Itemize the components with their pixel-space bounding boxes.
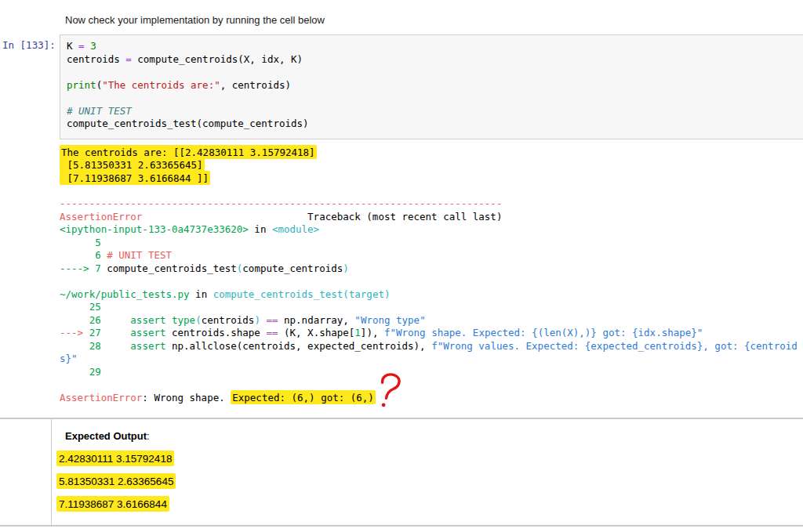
text-segment: compute_centroids — [242, 262, 343, 274]
highlighted-text: 2.42830111 3.15792418 — [56, 451, 174, 466]
highlighted-text: [7.11938687 3.6166844 ]] — [60, 171, 210, 185]
text-segment: Traceback (most recent call last) — [142, 211, 502, 223]
text-segment: f"Wrong values. Expected: {expected_cent… — [431, 340, 798, 352]
text-line: <ipython-input-133-0a4737e33620> in <mod… — [60, 223, 798, 237]
text-line — [60, 275, 798, 288]
text-line: s}" — [60, 353, 798, 366]
highlighted-text: [5.81350331 2.63365645] — [60, 157, 205, 172]
code-editor[interactable]: K = 3centroids = compute_centroids(X, id… — [60, 35, 803, 136]
text-line: ----> 7 compute_centroids_test(compute_c… — [60, 262, 798, 276]
cell-output: The centroids are: [[2.42830111 3.157924… — [60, 146, 798, 404]
notebook-page: Now check your implementation by running… — [0, 0, 803, 532]
text-segment: type — [172, 314, 195, 326]
expected-output-value: 7.11938687 3.6166844 — [56, 498, 176, 509]
text-line — [67, 66, 798, 79]
text-segment: K — [67, 40, 78, 52]
text-segment: "Wrong type" — [354, 314, 425, 326]
text-line: ----------------------------------------… — [60, 197, 798, 211]
highlighted-text: 7.11938687 3.6166844 — [56, 496, 169, 512]
text-segment: s}" — [60, 353, 78, 364]
text-line: centroids = compute_centroids(X, idx, K) — [67, 53, 798, 67]
expected-output-section: Expected Output: 2.42830111 3.157924185.… — [0, 418, 803, 527]
text-line — [60, 378, 798, 392]
traceback-output: ----------------------------------------… — [60, 197, 798, 404]
text-line: 29 — [60, 366, 798, 379]
expected-output-value: 2.42830111 3.15792418 — [56, 452, 176, 464]
text-line: compute_centroids_test(compute_centroids… — [67, 118, 798, 131]
text-line: [7.11938687 3.6166844 ]] — [60, 172, 798, 185]
text-segment: ----> 7 — [60, 262, 107, 274]
text-segment: 5 — [60, 237, 107, 248]
text-segment: , centroids) — [220, 79, 291, 91]
text-segment: 29 — [60, 366, 107, 378]
text-segment: np.allclose(centroids, expected_centroid… — [165, 340, 431, 352]
text-segment: 6 — [60, 249, 107, 261]
text-line: 5 — [60, 237, 798, 250]
question-mark-annotation — [374, 371, 406, 412]
text-segment: = — [125, 53, 132, 65]
stdout-output: The centroids are: [[2.42830111 3.157924… — [60, 146, 798, 185]
text-segment: np.ndarray, — [278, 314, 355, 326]
text-segment — [165, 314, 172, 326]
text-segment: AssertionError — [60, 392, 142, 404]
text-line: ~/work/public_tests.py in compute_centro… — [60, 288, 798, 302]
text-segment: 27 — [89, 327, 107, 338]
text-segment: centroids — [202, 314, 255, 326]
text-segment: in — [249, 223, 272, 235]
text-segment: ~/work/public_tests.py — [60, 288, 190, 300]
text-segment: == — [266, 314, 278, 326]
text-segment — [107, 340, 130, 352]
highlighted-text: 5.81350331 2.63365645 — [56, 473, 176, 489]
text-segment: "The centroids are:" — [102, 79, 220, 91]
text-segment: <module> — [272, 223, 319, 235]
text-line: 6 # UNIT TEST — [60, 249, 798, 262]
text-segment: 1 — [354, 327, 361, 338]
expected-output-values: 2.42830111 3.157924185.81350331 2.633656… — [56, 452, 176, 520]
text-segment: # UNIT TEST — [107, 249, 172, 261]
highlighted-text: The centroids are: [[2.42830111 3.157924… — [60, 145, 317, 159]
markdown-text: Now check your implementation by running… — [65, 14, 325, 26]
text-segment: compute_centroids(X, idx, K) — [132, 53, 303, 65]
text-segment: # UNIT TEST — [67, 105, 132, 117]
text-segment: 28 — [60, 340, 107, 352]
text-segment: <ipython-input-133-0a4737e33620> — [60, 223, 249, 235]
text-segment: f"Wrong shape. Expected: {(len(X),)} got… — [384, 327, 703, 338]
text-segment: ) — [343, 262, 349, 274]
text-segment: AssertionError — [60, 211, 142, 223]
text-segment: 3 — [90, 40, 96, 52]
text-line: AssertionError: Wrong shape. Expected: (… — [60, 392, 798, 405]
text-segment: == — [266, 327, 278, 338]
text-segment: centroids.shape — [165, 327, 266, 338]
text-segment: compute_centroids_test — [107, 262, 237, 274]
text-segment — [107, 314, 130, 326]
text-line: print("The centroids are:", centroids) — [67, 79, 798, 92]
text-line: 25 — [60, 301, 798, 314]
code-cell[interactable]: K = 3centroids = compute_centroids(X, id… — [60, 34, 803, 139]
text-segment: 25 — [60, 301, 107, 313]
text-segment — [85, 40, 91, 52]
text-segment: print — [67, 79, 96, 91]
text-segment: in — [190, 288, 213, 300]
text-segment: ( — [195, 314, 202, 326]
text-segment: assert — [130, 327, 165, 338]
text-line: [5.81350331 2.63365645] — [60, 159, 798, 172]
text-segment: compute_centroids_test(target) — [213, 288, 391, 300]
text-line: AssertionError Traceback (most recent ca… — [60, 211, 798, 224]
text-segment: assert — [130, 340, 165, 352]
expected-output-title-text: Expected Output — [65, 430, 147, 442]
text-line: 26 assert type(centroids) == np.ndarray,… — [60, 314, 798, 328]
text-segment — [107, 327, 130, 338]
text-line: # UNIT TEST — [67, 105, 798, 118]
text-line: 28 assert np.allclose(centroids, expecte… — [60, 340, 798, 353]
text-segment: : Wrong shape. — [142, 392, 231, 404]
text-segment: = — [78, 40, 85, 52]
text-segment: 26 — [60, 314, 107, 326]
expected-output-title-colon: : — [147, 430, 150, 442]
expected-output-value: 5.81350331 2.63365645 — [56, 475, 176, 487]
text-segment: compute_centroids_test(compute_centroids… — [67, 118, 309, 129]
text-line — [67, 92, 798, 105]
expected-output-title: Expected Output: — [65, 430, 150, 442]
cell-prompt: In [133]: — [2, 39, 56, 52]
text-segment: assert — [130, 314, 165, 326]
text-segment: ]), — [361, 327, 384, 338]
